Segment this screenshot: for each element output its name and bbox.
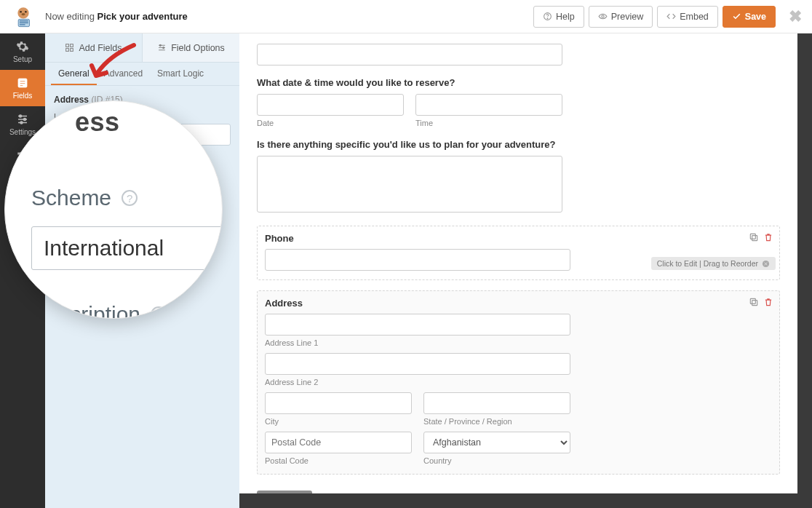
svg-rect-24 [752,236,757,241]
rail-setup[interactable]: Setup [0,33,45,70]
svg-rect-21 [71,49,73,52]
submit-button[interactable]: Submit [257,491,312,493]
logo-icon [10,4,36,30]
svg-rect-14 [20,85,23,86]
subtab-general[interactable]: General [51,63,97,85]
date-input[interactable] [257,94,404,116]
subtab-advanced[interactable]: Advanced [97,63,150,85]
postal-input[interactable] [265,432,412,453]
svg-rect-28 [750,298,755,303]
sliders-icon [16,113,29,126]
help-icon: ? [122,190,138,206]
duplicate-icon[interactable] [749,297,759,307]
svg-point-3 [21,12,25,15]
question-datetime: What date & time would you like to reser… [257,77,780,88]
gear-icon [16,40,29,53]
form-icon [16,76,29,90]
grid-icon [65,43,74,52]
close-icon[interactable]: ✖ [789,7,802,26]
country-select[interactable]: Afghanistan [423,432,570,453]
svg-point-2 [25,10,27,12]
scheme-value[interactable]: International [31,226,223,270]
rail-fields[interactable]: Fields [0,70,45,106]
eye-icon [598,12,608,21]
close-hint-icon[interactable] [762,260,770,268]
save-button[interactable]: Save [723,6,776,28]
specific-textarea[interactable] [257,156,562,213]
address-line1-label: Address Line 1 [265,338,772,347]
address-field-card[interactable]: Address Address Line 1 Address Line 2 Ci… [257,290,780,475]
phone-input[interactable] [265,249,570,271]
generic-input-top[interactable] [257,44,562,66]
date-sublabel: Date [257,119,404,127]
form-name: Pick your adventure [97,11,188,22]
time-sublabel: Time [415,119,562,127]
phone-field-card[interactable]: Phone Click to Edit | Drag to Reorder [257,226,780,280]
svg-point-16 [24,119,26,121]
svg-rect-25 [750,234,755,239]
help-button[interactable]: Help [533,6,584,28]
state-input[interactable] [423,392,570,414]
svg-rect-19 [71,44,73,47]
trash-icon[interactable] [763,232,773,242]
preview-button[interactable]: Preview [589,6,653,28]
editing-label: Now editing Pick your adventure [45,11,188,22]
svg-rect-18 [66,44,69,47]
svg-rect-27 [752,301,757,306]
svg-rect-5 [20,20,28,21]
top-bar: Now editing Pick your adventure Help Pre… [0,0,812,33]
country-label: Country [423,456,570,465]
subtab-smart-logic[interactable]: Smart Logic [150,63,211,85]
svg-point-17 [20,122,23,124]
tab-add-fields[interactable]: Add Fields [45,33,143,62]
question-specific: Is there anything specific you'd like us… [257,139,780,150]
editing-prefix: Now editing [45,11,95,22]
city-label: City [265,417,412,426]
svg-point-10 [602,15,604,17]
postal-label: Postal Code [265,456,412,465]
scheme-label: Scheme [31,186,111,210]
svg-rect-6 [20,22,28,23]
help-icon [543,12,552,21]
address-line2-label: Address Line 2 [265,378,772,386]
svg-rect-7 [20,24,25,25]
time-input[interactable] [415,94,562,116]
address-line2-input[interactable] [265,353,570,375]
svg-rect-13 [20,83,25,84]
trash-icon[interactable] [763,297,773,307]
address-title: Address [265,298,772,309]
tab-field-options[interactable]: Field Options [143,33,239,62]
svg-point-1 [20,10,22,12]
city-input[interactable] [265,392,412,414]
svg-rect-12 [20,81,25,82]
svg-point-22 [159,44,161,46]
form-canvas: What date & time would you like to reser… [239,33,797,493]
duplicate-icon[interactable] [749,232,759,242]
reorder-hint: Click to Edit | Drag to Reorder [651,257,776,270]
svg-point-23 [163,47,164,48]
state-label: State / Province / Region [423,417,570,426]
magnifier-overlay: ess Scheme ? International Description ? [4,100,223,319]
address-line1-input[interactable] [265,314,570,336]
svg-point-9 [547,18,548,19]
svg-rect-20 [66,49,69,52]
sliders-icon [157,43,167,52]
phone-title: Phone [265,233,772,244]
embed-button[interactable]: Embed [657,6,718,28]
code-icon [666,12,676,21]
field-header: Address [54,95,89,105]
svg-point-15 [20,115,22,117]
check-icon [732,12,741,21]
